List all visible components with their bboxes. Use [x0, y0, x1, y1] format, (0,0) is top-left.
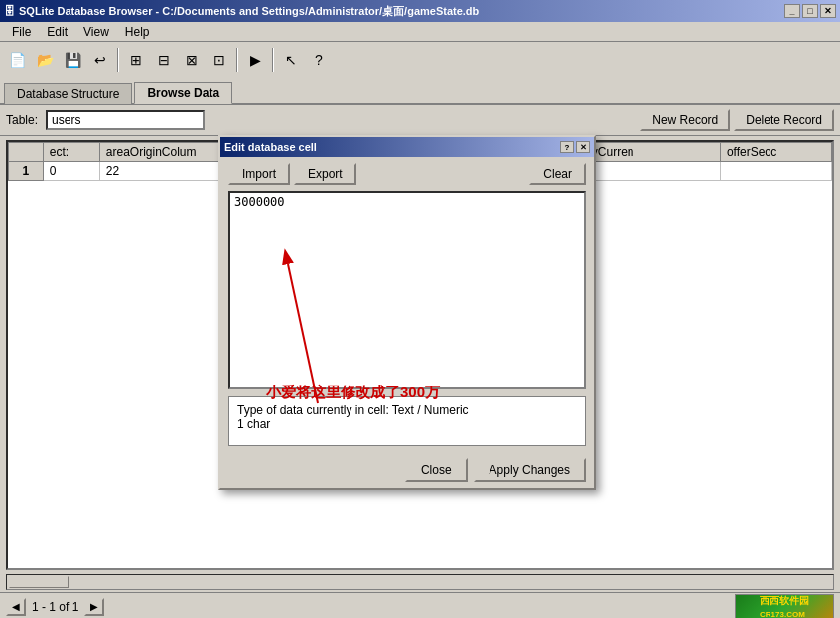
toolbar-separator — [117, 48, 119, 72]
dialog-title-controls: ? ✕ — [560, 141, 590, 153]
dialog-footer: Close Apply Changes — [220, 452, 594, 488]
minimize-button[interactable]: _ — [784, 4, 800, 18]
delete-record-button[interactable]: Delete Record — [734, 109, 834, 131]
dialog-help-button[interactable]: ? — [560, 141, 574, 153]
app-icon: 🗄 — [4, 5, 15, 17]
table-bar: Table: New Record Delete Record — [0, 105, 840, 136]
title-bar: 🗄 SQLite Database Browser - C:/Documents… — [0, 0, 840, 22]
dialog-toolbar: Import Export Clear — [228, 163, 586, 185]
toolbar-separator2 — [236, 48, 238, 72]
import-button[interactable]: Import — [228, 163, 290, 185]
execute-button[interactable]: ▶ — [242, 47, 268, 73]
export-button[interactable]: Export — [294, 163, 356, 185]
new-record-button[interactable]: New Record — [640, 109, 730, 131]
record-buttons: New Record Delete Record — [640, 109, 834, 131]
dialog-body: Import Export Clear 3000000 Type of data… — [220, 157, 594, 452]
cell-rownum: 1 — [9, 162, 44, 181]
cell-editor[interactable]: 3000000 — [228, 191, 586, 389]
dialog-title-bar: Edit database cell ? ✕ — [220, 137, 594, 157]
tab-browse-data[interactable]: Browse Data — [134, 82, 232, 104]
edit-cell-dialog: Edit database cell ? ✕ Import Export Cle… — [218, 135, 596, 490]
tab-database-structure[interactable]: Database Structure — [4, 83, 132, 104]
save-button[interactable]: 💾 — [60, 47, 85, 73]
dialog-title-text: Edit database cell — [224, 141, 317, 153]
table-btn1[interactable]: ⊞ — [123, 47, 149, 73]
main-content: Table: New Record Delete Record ect: are… — [0, 105, 840, 618]
nav-info: 1 - 1 of 1 — [32, 600, 78, 614]
cell-ect[interactable]: 0 — [43, 162, 99, 181]
table-btn2[interactable]: ⊟ — [151, 47, 177, 73]
title-text: 🗄 SQLite Database Browser - C:/Documents… — [4, 4, 479, 19]
menu-bar: File Edit View Help — [0, 22, 840, 42]
maximize-button[interactable]: □ — [802, 4, 818, 18]
col-header-offerSecc: offerSecc — [720, 143, 831, 162]
nav-bar: ◀ 1 - 1 of 1 ▶ 西西软件园CR173.COM — [0, 592, 840, 618]
title-controls: _ □ ✕ — [784, 4, 836, 18]
prev-button[interactable]: ◀ — [6, 598, 26, 616]
table-btn4[interactable]: ⊡ — [207, 47, 232, 73]
open-button[interactable]: 📂 — [32, 47, 58, 73]
cursor-button[interactable]: ↖ — [278, 47, 304, 73]
col-header-rownum — [9, 143, 44, 162]
tab-bar: Database Structure Browse Data — [0, 77, 840, 105]
table-name-input[interactable] — [46, 110, 205, 130]
next-button[interactable]: ▶ — [84, 598, 104, 616]
status-bar-right: 西西软件园CR173.COM — [735, 594, 834, 619]
close-button[interactable]: Close — [405, 458, 468, 482]
table-btn3[interactable]: ⊠ — [179, 47, 205, 73]
toolbar-separator3 — [272, 48, 274, 72]
menu-edit[interactable]: Edit — [39, 23, 75, 41]
scroll-thumb[interactable] — [9, 576, 69, 588]
menu-help[interactable]: Help — [117, 23, 158, 41]
help-toolbar-button[interactable]: ? — [306, 47, 332, 73]
new-file-button[interactable]: 📄 — [4, 47, 30, 73]
close-button[interactable]: ✕ — [820, 4, 836, 18]
menu-file[interactable]: File — [4, 23, 39, 41]
apply-changes-button[interactable]: Apply Changes — [474, 458, 586, 482]
horizontal-scrollbar[interactable] — [6, 574, 834, 590]
info-line1: Type of data currently in cell: Text / N… — [237, 403, 577, 417]
menu-view[interactable]: View — [75, 23, 117, 41]
undo-button[interactable]: ↩ — [87, 47, 113, 73]
info-line2: 1 char — [237, 417, 577, 431]
table-label: Table: — [6, 113, 38, 127]
clear-button[interactable]: Clear — [529, 163, 586, 185]
cell-offerSecc[interactable] — [720, 162, 831, 181]
col-header-ect: ect: — [43, 143, 99, 162]
toolbar: 📄 📂 💾 ↩ ⊞ ⊟ ⊠ ⊡ ▶ ↖ ? — [0, 42, 840, 77]
logo: 西西软件园CR173.COM — [735, 594, 834, 619]
dialog-close-x-button[interactable]: ✕ — [576, 141, 590, 153]
dialog-info: Type of data currently in cell: Text / N… — [228, 396, 586, 446]
